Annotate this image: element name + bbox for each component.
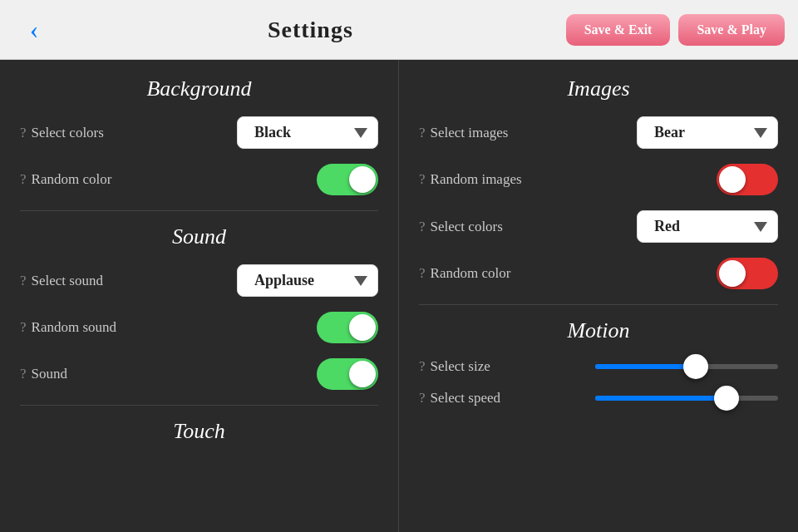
question-icon[interactable]: ? xyxy=(20,366,27,382)
section-divider-2 xyxy=(20,405,378,406)
page-title: Settings xyxy=(268,17,353,43)
question-icon[interactable]: ? xyxy=(419,390,426,406)
select-size-row: ? Select size xyxy=(419,358,778,375)
select-speed-slider[interactable] xyxy=(595,396,778,401)
sound-title: Sound xyxy=(20,224,378,249)
select-images-dropdown[interactable]: Bear xyxy=(637,116,778,149)
header-buttons: Save & Exit Save & Play xyxy=(566,14,785,46)
images-title: Images xyxy=(419,76,778,101)
toggle-knob xyxy=(719,166,746,193)
question-icon[interactable]: ? xyxy=(419,219,426,235)
random-color-row: ? Random color xyxy=(20,164,378,195)
toggle-knob xyxy=(349,314,376,341)
sound-section: Sound ? Select sound Applause ? Random s… xyxy=(20,224,378,390)
select-sound-value: Applause xyxy=(254,272,314,289)
save-play-button[interactable]: Save & Play xyxy=(678,14,785,46)
select-images-value: Bear xyxy=(654,124,685,141)
question-icon[interactable]: ? xyxy=(419,265,426,282)
select-size-label: ? Select size xyxy=(419,358,490,375)
background-section: Background ? Select colors Black ? Rando… xyxy=(20,76,378,195)
touch-title: Touch xyxy=(20,419,378,444)
random-images-label: ? Random images xyxy=(419,171,522,188)
select-images-label: ? Select images xyxy=(419,125,509,141)
random-sound-toggle[interactable] xyxy=(317,312,378,343)
select-colors-value: Black xyxy=(254,124,291,141)
select-colors-dropdown[interactable]: Black xyxy=(237,116,378,149)
images-section: Images ? Select images Bear ? Random ima… xyxy=(419,76,778,289)
right-select-colors-label: ? Select colors xyxy=(419,219,503,235)
select-colors-label: ? Select colors xyxy=(20,125,104,141)
slider-track xyxy=(595,364,778,369)
question-icon[interactable]: ? xyxy=(419,125,426,141)
question-icon[interactable]: ? xyxy=(20,125,27,141)
select-speed-label: ? Select speed xyxy=(419,390,500,406)
back-button[interactable]: ‹ xyxy=(13,14,55,45)
random-sound-label: ? Random sound xyxy=(20,319,116,336)
question-icon[interactable]: ? xyxy=(20,319,27,336)
main-content: Background ? Select colors Black ? Rando… xyxy=(0,60,798,532)
left-panel: Background ? Select colors Black ? Rando… xyxy=(0,60,399,532)
select-images-row: ? Select images Bear xyxy=(419,116,778,149)
question-icon[interactable]: ? xyxy=(419,358,426,375)
random-color-label: ? Random color xyxy=(20,171,111,188)
right-select-colors-value: Red xyxy=(654,218,680,235)
dropdown-arrow-icon xyxy=(354,276,367,286)
slider-track xyxy=(595,396,778,401)
background-title: Background xyxy=(20,76,378,101)
select-sound-dropdown[interactable]: Applause xyxy=(237,264,378,297)
motion-section: Motion ? Select size ? Select speed xyxy=(419,318,778,406)
toggle-knob xyxy=(349,166,376,193)
slider-fill xyxy=(595,364,696,369)
select-sound-label: ? Select sound xyxy=(20,273,103,289)
dropdown-arrow-icon xyxy=(354,128,367,138)
section-divider xyxy=(20,210,378,211)
random-sound-row: ? Random sound xyxy=(20,312,378,343)
right-random-color-row: ? Random color xyxy=(419,258,778,289)
slider-thumb[interactable] xyxy=(714,386,739,411)
sound-toggle[interactable] xyxy=(317,358,378,390)
slider-fill xyxy=(595,396,727,401)
dropdown-arrow-icon xyxy=(754,128,767,138)
right-random-color-toggle[interactable] xyxy=(717,258,778,289)
right-random-color-label: ? Random color xyxy=(419,265,510,282)
save-exit-button[interactable]: Save & Exit xyxy=(566,14,671,46)
select-speed-row: ? Select speed xyxy=(419,390,778,406)
select-colors-row: ? Select colors Black xyxy=(20,116,378,149)
toggle-knob xyxy=(719,260,746,287)
header: ‹ Settings Save & Exit Save & Play xyxy=(0,0,798,60)
question-icon[interactable]: ? xyxy=(419,171,426,188)
random-images-toggle[interactable] xyxy=(717,164,778,195)
select-sound-row: ? Select sound Applause xyxy=(20,264,378,297)
right-select-colors-row: ? Select colors Red xyxy=(419,210,778,243)
motion-divider xyxy=(419,304,778,305)
sound-label: ? Sound xyxy=(20,366,67,382)
right-select-colors-dropdown[interactable]: Red xyxy=(637,210,778,243)
question-icon[interactable]: ? xyxy=(20,273,27,289)
random-images-row: ? Random images xyxy=(419,164,778,195)
right-panel: Images ? Select images Bear ? Random ima… xyxy=(399,60,798,532)
motion-title: Motion xyxy=(419,318,778,343)
select-size-slider[interactable] xyxy=(595,364,778,369)
toggle-knob xyxy=(349,361,376,387)
dropdown-arrow-icon xyxy=(754,222,767,232)
touch-section: Touch xyxy=(20,419,378,444)
question-icon[interactable]: ? xyxy=(20,171,27,188)
random-color-toggle[interactable] xyxy=(317,164,378,195)
slider-thumb[interactable] xyxy=(683,354,708,379)
sound-row: ? Sound xyxy=(20,358,378,390)
